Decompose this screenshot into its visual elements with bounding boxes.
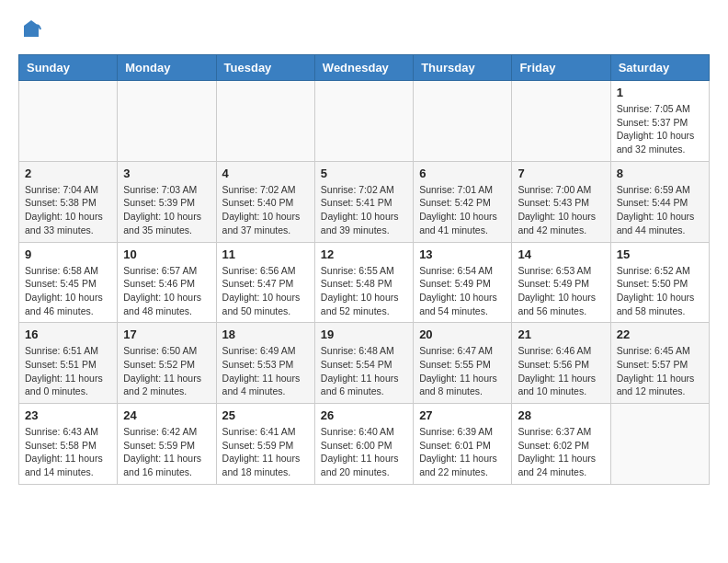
calendar-cell: 23Sunrise: 6:43 AM Sunset: 5:58 PM Dayli…: [19, 404, 118, 485]
weekday-header-saturday: Saturday: [610, 55, 709, 81]
day-info: Sunrise: 7:04 AM Sunset: 5:38 PM Dayligh…: [25, 183, 111, 237]
day-number: 23: [25, 408, 111, 422]
calendar-cell: 20Sunrise: 6:47 AM Sunset: 5:55 PM Dayli…: [414, 323, 512, 404]
day-number: 24: [123, 408, 210, 422]
calendar-cell: 25Sunrise: 6:41 AM Sunset: 5:59 PM Dayli…: [216, 404, 314, 485]
calendar-cell: 8Sunrise: 6:59 AM Sunset: 5:44 PM Daylig…: [610, 161, 709, 242]
day-number: 9: [25, 247, 111, 261]
day-info: Sunrise: 7:02 AM Sunset: 5:40 PM Dayligh…: [222, 183, 309, 237]
day-number: 16: [25, 327, 111, 341]
day-info: Sunrise: 6:56 AM Sunset: 5:47 PM Dayligh…: [222, 264, 309, 318]
day-info: Sunrise: 6:40 AM Sunset: 6:00 PM Dayligh…: [321, 425, 407, 479]
day-info: Sunrise: 6:45 AM Sunset: 5:57 PM Dayligh…: [617, 344, 703, 398]
week-row-2: 2Sunrise: 7:04 AM Sunset: 5:38 PM Daylig…: [19, 161, 710, 242]
calendar-cell: 6Sunrise: 7:01 AM Sunset: 5:42 PM Daylig…: [414, 161, 512, 242]
calendar-cell: 13Sunrise: 6:54 AM Sunset: 5:49 PM Dayli…: [414, 242, 512, 323]
calendar-cell: [314, 81, 413, 162]
day-info: Sunrise: 6:46 AM Sunset: 5:56 PM Dayligh…: [518, 344, 604, 398]
day-number: 18: [222, 327, 309, 341]
calendar-cell: 24Sunrise: 6:42 AM Sunset: 5:59 PM Dayli…: [118, 404, 216, 485]
calendar-cell: 19Sunrise: 6:48 AM Sunset: 5:54 PM Dayli…: [314, 323, 413, 404]
calendar: SundayMondayTuesdayWednesdayThursdayFrid…: [18, 54, 710, 485]
day-info: Sunrise: 6:39 AM Sunset: 6:01 PM Dayligh…: [419, 425, 506, 479]
weekday-header-thursday: Thursday: [414, 55, 512, 81]
calendar-cell: 17Sunrise: 6:50 AM Sunset: 5:52 PM Dayli…: [118, 323, 216, 404]
calendar-cell: 10Sunrise: 6:57 AM Sunset: 5:46 PM Dayli…: [118, 242, 216, 323]
calendar-cell: 28Sunrise: 6:37 AM Sunset: 6:02 PM Dayli…: [512, 404, 610, 485]
calendar-cell: 16Sunrise: 6:51 AM Sunset: 5:51 PM Dayli…: [19, 323, 118, 404]
week-row-1: 1Sunrise: 7:05 AM Sunset: 5:37 PM Daylig…: [19, 81, 710, 162]
day-info: Sunrise: 6:51 AM Sunset: 5:51 PM Dayligh…: [25, 344, 111, 398]
calendar-cell: 15Sunrise: 6:52 AM Sunset: 5:50 PM Dayli…: [610, 242, 709, 323]
day-number: 5: [321, 167, 407, 180]
calendar-cell: 12Sunrise: 6:55 AM Sunset: 5:48 PM Dayli…: [314, 242, 413, 323]
weekday-header-monday: Monday: [118, 55, 216, 81]
day-info: Sunrise: 6:48 AM Sunset: 5:54 PM Dayligh…: [321, 344, 407, 398]
calendar-cell: 4Sunrise: 7:02 AM Sunset: 5:40 PM Daylig…: [216, 161, 314, 242]
day-info: Sunrise: 6:42 AM Sunset: 5:59 PM Dayligh…: [123, 425, 210, 479]
day-number: 10: [123, 247, 210, 261]
weekday-header-tuesday: Tuesday: [216, 55, 314, 81]
calendar-cell: 18Sunrise: 6:49 AM Sunset: 5:53 PM Dayli…: [216, 323, 314, 404]
logo: [18, 18, 42, 45]
calendar-cell: 7Sunrise: 7:00 AM Sunset: 5:43 PM Daylig…: [512, 161, 610, 242]
day-info: Sunrise: 6:53 AM Sunset: 5:49 PM Dayligh…: [518, 264, 604, 318]
day-info: Sunrise: 7:03 AM Sunset: 5:39 PM Dayligh…: [123, 183, 210, 237]
calendar-cell: 14Sunrise: 6:53 AM Sunset: 5:49 PM Dayli…: [512, 242, 610, 323]
day-info: Sunrise: 6:58 AM Sunset: 5:45 PM Dayligh…: [25, 264, 111, 318]
day-info: Sunrise: 6:50 AM Sunset: 5:52 PM Dayligh…: [123, 344, 210, 398]
day-number: 15: [617, 247, 703, 261]
day-number: 27: [419, 408, 506, 422]
day-number: 17: [123, 327, 210, 341]
calendar-cell: 21Sunrise: 6:46 AM Sunset: 5:56 PM Dayli…: [512, 323, 610, 404]
day-number: 28: [518, 408, 604, 422]
weekday-header-sunday: Sunday: [19, 55, 118, 81]
day-number: 11: [222, 247, 309, 261]
calendar-cell: [512, 81, 610, 162]
day-number: 6: [419, 167, 506, 180]
day-info: Sunrise: 6:47 AM Sunset: 5:55 PM Dayligh…: [419, 344, 506, 398]
calendar-cell: 5Sunrise: 7:02 AM Sunset: 5:41 PM Daylig…: [314, 161, 413, 242]
day-number: 13: [419, 247, 506, 261]
calendar-cell: 22Sunrise: 6:45 AM Sunset: 5:57 PM Dayli…: [610, 323, 709, 404]
day-number: 19: [321, 327, 407, 341]
calendar-cell: 3Sunrise: 7:03 AM Sunset: 5:39 PM Daylig…: [118, 161, 216, 242]
day-info: Sunrise: 6:41 AM Sunset: 5:59 PM Dayligh…: [222, 425, 309, 479]
calendar-cell: 1Sunrise: 7:05 AM Sunset: 5:37 PM Daylig…: [610, 81, 709, 162]
calendar-cell: [414, 81, 512, 162]
day-number: 12: [321, 247, 407, 261]
calendar-cell: 11Sunrise: 6:56 AM Sunset: 5:47 PM Dayli…: [216, 242, 314, 323]
day-number: 1: [617, 86, 703, 99]
day-number: 20: [419, 327, 506, 341]
week-row-3: 9Sunrise: 6:58 AM Sunset: 5:45 PM Daylig…: [19, 242, 710, 323]
day-info: Sunrise: 7:01 AM Sunset: 5:42 PM Dayligh…: [419, 183, 506, 237]
calendar-cell: [19, 81, 118, 162]
day-number: 4: [222, 167, 309, 180]
day-info: Sunrise: 6:57 AM Sunset: 5:46 PM Dayligh…: [123, 264, 210, 318]
day-info: Sunrise: 6:37 AM Sunset: 6:02 PM Dayligh…: [518, 425, 604, 479]
day-info: Sunrise: 6:52 AM Sunset: 5:50 PM Dayligh…: [617, 264, 703, 318]
day-number: 26: [321, 408, 407, 422]
weekday-header-row: SundayMondayTuesdayWednesdayThursdayFrid…: [19, 55, 710, 81]
calendar-cell: 2Sunrise: 7:04 AM Sunset: 5:38 PM Daylig…: [19, 161, 118, 242]
day-info: Sunrise: 6:43 AM Sunset: 5:58 PM Dayligh…: [25, 425, 111, 479]
day-info: Sunrise: 7:00 AM Sunset: 5:43 PM Dayligh…: [518, 183, 604, 237]
day-number: 14: [518, 247, 604, 261]
day-number: 2: [25, 167, 111, 180]
week-row-5: 23Sunrise: 6:43 AM Sunset: 5:58 PM Dayli…: [19, 404, 710, 485]
calendar-cell: 27Sunrise: 6:39 AM Sunset: 6:01 PM Dayli…: [414, 404, 512, 485]
week-row-4: 16Sunrise: 6:51 AM Sunset: 5:51 PM Dayli…: [19, 323, 710, 404]
day-number: 21: [518, 327, 604, 341]
calendar-cell: [610, 404, 709, 485]
day-info: Sunrise: 7:05 AM Sunset: 5:37 PM Dayligh…: [617, 102, 703, 156]
weekday-header-friday: Friday: [512, 55, 610, 81]
logo-icon: [20, 18, 42, 40]
day-number: 8: [617, 167, 703, 180]
page-header: [18, 18, 710, 45]
day-info: Sunrise: 6:49 AM Sunset: 5:53 PM Dayligh…: [222, 344, 309, 398]
day-info: Sunrise: 6:59 AM Sunset: 5:44 PM Dayligh…: [617, 183, 703, 237]
day-number: 7: [518, 167, 604, 180]
day-number: 22: [617, 327, 703, 341]
weekday-header-wednesday: Wednesday: [314, 55, 413, 81]
day-number: 25: [222, 408, 309, 422]
